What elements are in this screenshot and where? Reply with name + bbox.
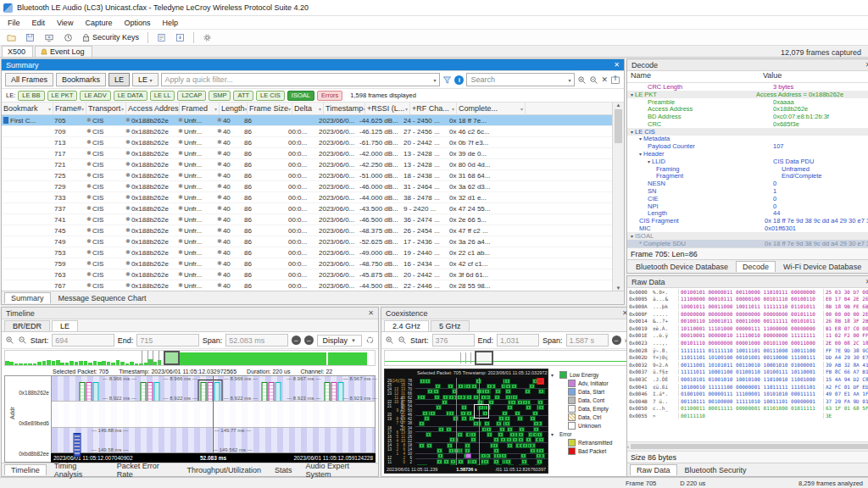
expand-arrow-icon[interactable]: ▾ bbox=[631, 233, 633, 239]
tab-bluetooth-security[interactable]: Bluetooth Security bbox=[679, 465, 753, 475]
column-header-timestamp[interactable]: Timestamp▾ bbox=[324, 103, 365, 114]
chip-le-pkt[interactable]: LE PKT bbox=[47, 91, 78, 101]
legend-item-bad-packet[interactable]: Bad Packet bbox=[551, 446, 631, 455]
decode-row-framing[interactable]: FramingUnframed bbox=[627, 165, 868, 173]
tab-bluetooth-device-database[interactable]: Bluetooth Device Database bbox=[630, 262, 734, 272]
frame-row-705[interactable]: First C...705✱CIS✱0x188b262e✱Unfr...✱408… bbox=[2, 115, 612, 126]
expand-arrow-icon[interactable]: ▾ bbox=[639, 151, 642, 157]
timeline-tab-le[interactable]: LE bbox=[52, 320, 78, 331]
tab-packet-error-rate[interactable]: Packet Error Rate bbox=[111, 461, 180, 480]
frame-row-745[interactable]: 745✱CIS✱0x188b262e✱Unfr...✱408600:0...20… bbox=[2, 225, 612, 236]
settings-gear-button[interactable] bbox=[199, 31, 215, 44]
coexistence-chart[interactable]: Selected Packet: 705 Timestamp: 2023/06/… bbox=[384, 369, 548, 474]
legend-item-retransmitted[interactable]: Retransmitted bbox=[551, 438, 631, 446]
frame-row-709[interactable]: 709✱CIS✱0x188b262e✱Unfr...✱408600:0...20… bbox=[2, 126, 612, 137]
coex-span-field[interactable]: 1.587 s bbox=[566, 334, 609, 347]
legend-item-data-ctrl[interactable]: Data, Ctrl bbox=[551, 413, 631, 421]
tab-message-sequence-chart[interactable]: Message Sequence Chart bbox=[53, 293, 153, 303]
decode-row-cie[interactable]: CIE0 bbox=[627, 195, 868, 202]
decode-row-npi[interactable]: NPI0 bbox=[627, 202, 868, 210]
coex-next-button[interactable]: – bbox=[612, 336, 621, 345]
export-icon[interactable] bbox=[610, 75, 620, 85]
timeline-span-field[interactable]: 52.083 ms bbox=[225, 334, 287, 347]
frame-row-713[interactable]: 713✱CIS✱0x188b262e✱Unfr...✱408600:0...20… bbox=[2, 137, 612, 148]
frame-row-725[interactable]: 725✱CIS✱0x188b262e✱Unfr...✱408600:0...20… bbox=[2, 170, 612, 181]
decode-row-nesn[interactable]: NESN0 bbox=[627, 180, 868, 187]
zoom-in-icon[interactable] bbox=[577, 75, 587, 85]
column-header-frame-size[interactable]: Frame Size▾ bbox=[248, 103, 292, 114]
coex-overview-slider[interactable] bbox=[475, 351, 492, 365]
protocol-dropdown[interactable]: LE ▾ bbox=[132, 73, 159, 86]
tab-raw-data[interactable]: Raw Data bbox=[630, 464, 677, 475]
timeline-overview-strip[interactable] bbox=[4, 350, 376, 366]
menu-edit[interactable]: Edit bbox=[26, 18, 52, 28]
timeline-display-dropdown[interactable]: Display▼ bbox=[317, 335, 362, 347]
view-bookmarks-button[interactable]: Bookmarks bbox=[56, 73, 106, 86]
timeline-zoom-in-icon[interactable] bbox=[5, 336, 14, 345]
chip-le-data[interactable]: LE DATA bbox=[114, 91, 147, 101]
column-header-transport[interactable]: Transport▾ bbox=[86, 103, 126, 114]
search-input[interactable]: Search▾ bbox=[466, 73, 575, 86]
tab-timing-analysis[interactable]: Timing Analysis bbox=[48, 461, 109, 480]
frame-row-717[interactable]: 717✱CIS✱0x188b262e✱Unfr...✱408600:0...20… bbox=[2, 148, 612, 159]
tab-x500[interactable]: X500 bbox=[2, 46, 33, 57]
timeline-tab-br-edr[interactable]: BR/EDR bbox=[4, 320, 50, 331]
decode-row-crc-length[interactable]: CRC Length3 bytes bbox=[627, 83, 868, 91]
frame-row-767[interactable]: 767✱CIS✱0x188b262e✱Unfr...✱408600:0...20… bbox=[2, 280, 612, 291]
menu-file[interactable]: File bbox=[2, 18, 26, 28]
record-options-button[interactable] bbox=[60, 31, 76, 44]
decode-row-access-address[interactable]: Access Address0x188b262e bbox=[627, 105, 868, 113]
decode-row-llid[interactable]: ▾LLIDCIS Data PDU bbox=[627, 158, 868, 165]
column-header-delta[interactable]: Delta▾ bbox=[292, 103, 324, 114]
decode-row--complete-sdu[interactable]: * Complete SDU0x 18 ff 7e 9d 38 9c dd a4… bbox=[627, 240, 868, 247]
selected-packet-box[interactable] bbox=[475, 405, 488, 418]
chip-smp[interactable]: SMP bbox=[209, 91, 231, 101]
view-le-button[interactable]: LE bbox=[108, 73, 130, 86]
menu-help[interactable]: Help bbox=[156, 18, 184, 28]
tab-throughput-utilization[interactable]: Throughput/Utilization bbox=[181, 465, 267, 475]
coexistence-overview-strip[interactable] bbox=[384, 350, 630, 366]
summary-vertical-scrollbar[interactable]: ▲▼ bbox=[612, 103, 624, 291]
decode-row-payload-counter[interactable]: Payload Counter107 bbox=[627, 142, 868, 150]
chip-le-cis[interactable]: LE CIS bbox=[256, 91, 285, 101]
decode-row-mic[interactable]: MIC0x01ff6301 bbox=[627, 225, 868, 232]
info-icon[interactable]: i bbox=[454, 75, 464, 85]
save-file-button[interactable] bbox=[22, 31, 38, 44]
zoom-out-icon[interactable] bbox=[589, 75, 598, 85]
timeline-cursor[interactable] bbox=[213, 376, 214, 452]
chip-isoal[interactable]: ISOAL bbox=[287, 91, 314, 101]
legend-item-data-cont[interactable]: Data, Cont bbox=[551, 396, 631, 404]
coex-plot[interactable] bbox=[415, 378, 548, 465]
tab-stats[interactable]: Stats bbox=[269, 465, 298, 475]
decode-row-cis-fragment[interactable]: CIS Fragment0x 18 ff 7e 9d 38 9c dd a4 2… bbox=[627, 217, 868, 225]
tab-summary[interactable]: Summary bbox=[4, 292, 51, 303]
tab-audio-expert-system[interactable]: Audio Expert System bbox=[300, 461, 378, 480]
coex-end-field[interactable]: 1,031 bbox=[497, 334, 539, 347]
decode-row-sn[interactable]: SN1 bbox=[627, 187, 868, 195]
view-all-frames-button[interactable]: All Frames bbox=[5, 73, 53, 86]
decode-row-length[interactable]: Length44 bbox=[627, 210, 868, 218]
tab-event-log[interactable]: Event Log bbox=[35, 46, 92, 57]
column-header-framed[interactable]: Framed▾ bbox=[180, 103, 220, 114]
column-header-complete-[interactable]: Complete...▾ bbox=[457, 103, 526, 114]
frame-row-753[interactable]: 753✱CIS✱0x188b262e✱Unfr...✱408600:0...20… bbox=[2, 247, 612, 258]
frame-row-729[interactable]: 729✱CIS✱0x188b262e✱Unfr...✱408600:0...20… bbox=[2, 181, 612, 192]
menu-view[interactable]: View bbox=[51, 18, 79, 28]
decode-row-bd-address[interactable]: BD Address0xc0:07:e8:b1:2b:3f bbox=[627, 113, 868, 120]
frame-row-749[interactable]: 749✱CIS✱0x188b262e✱Unfr...✱408600:0...20… bbox=[2, 236, 612, 247]
open-file-button[interactable] bbox=[3, 31, 19, 44]
decode-row-le-pkt[interactable]: ▾LE PKTAccess Address = 0x188b262e bbox=[627, 91, 868, 98]
coex-zoom-out-icon[interactable] bbox=[398, 336, 407, 345]
coex-tab-5-ghz[interactable]: 5 GHz bbox=[431, 320, 470, 331]
timeline-start-field[interactable]: 694 bbox=[52, 334, 114, 347]
chip-le-ll[interactable]: LE LL bbox=[150, 91, 175, 101]
filter-funnel-icon[interactable] bbox=[442, 75, 452, 85]
timeline-sync-icon[interactable] bbox=[365, 336, 375, 345]
decode-row-le-cis[interactable]: ▾LE CIS bbox=[627, 128, 868, 136]
save-capture-button[interactable] bbox=[172, 31, 188, 44]
column-header--rssi-l-[interactable]: +RSSI (L...▾ bbox=[365, 103, 410, 114]
coex-tab-2-4-ghz[interactable]: 2.4 GHz bbox=[384, 320, 429, 331]
chip-l2cap[interactable]: L2CAP bbox=[177, 91, 206, 101]
timeline-next-button[interactable]: – bbox=[304, 336, 314, 345]
column-header--rf-cha-[interactable]: +RF Cha...▾ bbox=[410, 103, 457, 114]
